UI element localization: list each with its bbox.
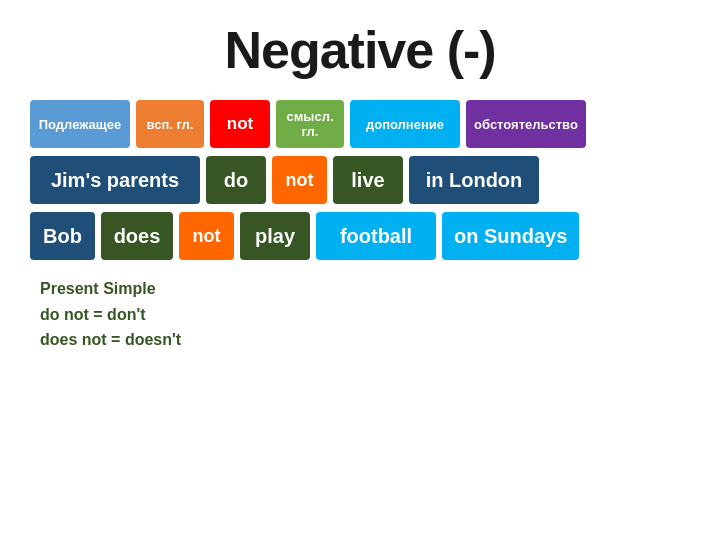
cell-not-row2: not [272,156,327,204]
row-jims-parents: Jim's parents do not live in London [30,156,690,204]
cell-do: do [206,156,266,204]
cell-bob: Bob [30,212,95,260]
cell-jims-parents: Jim's parents [30,156,200,204]
page-title: Negative (-) [224,20,495,80]
header-aux: всп. гл. [136,100,204,148]
row-bob: Bob does not play football on Sundays [30,212,690,260]
cell-play: play [240,212,310,260]
header-subject: Подлежащее [30,100,130,148]
note-line3: does not = doesn't [40,327,690,353]
header-not: not [210,100,270,148]
main-page: Negative (-) Подлежащее всп. гл. not смы… [0,0,720,540]
note-line1: Present Simple [40,276,690,302]
header-object: дополнение [350,100,460,148]
header-main-verb: смысл. гл. [276,100,344,148]
cell-in-london: in London [409,156,539,204]
cell-not-row3: not [179,212,234,260]
cell-does: does [101,212,173,260]
note-line2: do not = don't [40,302,690,328]
notes-section: Present Simple do not = don't does not =… [30,276,690,353]
cell-football: football [316,212,436,260]
header-row: Подлежащее всп. гл. not смысл. гл. допол… [30,100,690,148]
header-adverb: обстоятельство [466,100,586,148]
cell-on-sundays: on Sundays [442,212,579,260]
cell-live: live [333,156,403,204]
content-rows: Подлежащее всп. гл. not смысл. гл. допол… [30,100,690,260]
